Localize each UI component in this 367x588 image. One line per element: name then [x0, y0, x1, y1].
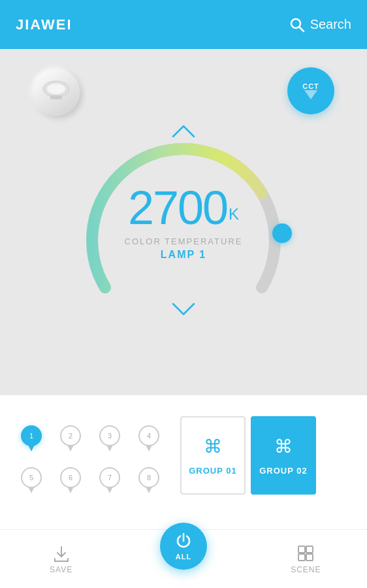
pin-icon-5: 5	[20, 463, 43, 492]
chevron-up-icon	[170, 123, 197, 139]
footer: SAVE ALL SCENE	[0, 529, 367, 588]
main-wrapper: CCT	[0, 49, 367, 588]
svg-marker-5	[304, 90, 317, 99]
lamp-icon	[40, 79, 72, 105]
save-button[interactable]: SAVE	[0, 544, 122, 574]
pin-body-2: 2	[60, 425, 81, 446]
lamp-item-5[interactable]: 5	[13, 458, 50, 497]
scene-label: SCENE	[291, 565, 321, 574]
svg-rect-10	[306, 546, 313, 553]
pin-body-1: 1	[21, 425, 42, 446]
lamp-item-2[interactable]: 2	[52, 416, 89, 455]
separator	[0, 395, 367, 403]
svg-line-1	[299, 27, 304, 31]
pin-body-7: 7	[99, 467, 120, 488]
svg-point-4	[47, 84, 65, 94]
group-01-label: GROUP 01	[189, 466, 237, 476]
chevron-down-button[interactable]	[170, 301, 197, 321]
lamp-grid: 1 2 3 4	[13, 416, 167, 497]
save-icon	[52, 544, 71, 563]
app-header: JIAWEI Search	[0, 0, 367, 49]
dial-drag-handle[interactable]	[272, 223, 292, 243]
lamp-item-6[interactable]: 6	[52, 458, 89, 497]
pin-icon-3: 3	[98, 421, 121, 450]
svg-text:⌘: ⌘	[204, 436, 222, 457]
search-label: Search	[310, 17, 351, 32]
group-01-card[interactable]: ⌘ GROUP 01	[180, 416, 246, 495]
group-02-card[interactable]: ⌘ GROUP 02	[251, 416, 316, 495]
temp-label: COLOR TEMPERATURE	[125, 237, 243, 246]
temperature-display: 2700K COLOR TEMPERATURE LAMP 1	[125, 184, 243, 261]
scene-button[interactable]: SCENE	[245, 544, 367, 574]
group-02-icon: ⌘	[272, 436, 295, 459]
search-button[interactable]: Search	[289, 17, 351, 33]
temperature-number: 2700	[128, 182, 227, 234]
all-label: ALL	[176, 553, 191, 561]
svg-rect-3	[50, 95, 62, 99]
group-02-label: GROUP 02	[259, 466, 308, 476]
save-label: SAVE	[50, 565, 72, 574]
main-control-area: CCT	[0, 49, 367, 395]
lamp-item-3[interactable]: 3	[91, 416, 128, 455]
pin-icon-4: 4	[137, 421, 161, 450]
chevron-down-icon	[170, 301, 197, 317]
lamp-item-8[interactable]: 8	[131, 458, 167, 497]
cct-pin-icon	[304, 90, 317, 99]
pin-body-6: 6	[60, 467, 81, 488]
svg-rect-9	[298, 546, 305, 553]
bottom-content: 1 2 3 4	[13, 416, 354, 497]
scene-icon	[296, 544, 315, 563]
lamp-icon-button[interactable]	[33, 69, 80, 116]
pin-icon-8: 8	[137, 463, 161, 492]
pin-icon-6: 6	[59, 463, 82, 492]
temperature-dial[interactable]: 2700K COLOR TEMPERATURE LAMP 1	[72, 111, 295, 333]
pin-body-4: 4	[138, 425, 159, 446]
pin-icon-2: 2	[59, 421, 82, 450]
groups-area: ⌘ GROUP 01 ⌘ GROUP 02	[180, 416, 316, 495]
cct-label: CCT	[302, 82, 319, 90]
pin-body-8: 8	[138, 467, 159, 488]
all-power-button[interactable]: ALL	[122, 523, 244, 570]
pin-icon-1: 1	[20, 421, 43, 450]
pin-icon-7: 7	[98, 463, 121, 492]
lamp-item-7[interactable]: 7	[91, 458, 128, 497]
pin-body-3: 3	[99, 425, 120, 446]
svg-text:⌘: ⌘	[274, 436, 293, 457]
search-icon	[289, 17, 305, 33]
lamp-item-1[interactable]: 1	[13, 416, 50, 455]
cct-button[interactable]: CCT	[287, 67, 334, 114]
group-01-icon: ⌘	[201, 436, 225, 459]
power-icon	[174, 532, 193, 550]
pin-body-5: 5	[21, 467, 42, 488]
svg-rect-12	[306, 554, 313, 561]
chevron-up-button[interactable]	[170, 123, 197, 144]
temperature-value-container: 2700K	[128, 184, 239, 231]
lamp-item-4[interactable]: 4	[131, 416, 167, 455]
temperature-unit: K	[229, 205, 239, 223]
app-logo: JIAWEI	[16, 16, 72, 33]
power-button-circle[interactable]: ALL	[160, 523, 207, 570]
svg-rect-11	[298, 554, 305, 561]
lamp-name: LAMP 1	[161, 249, 206, 261]
